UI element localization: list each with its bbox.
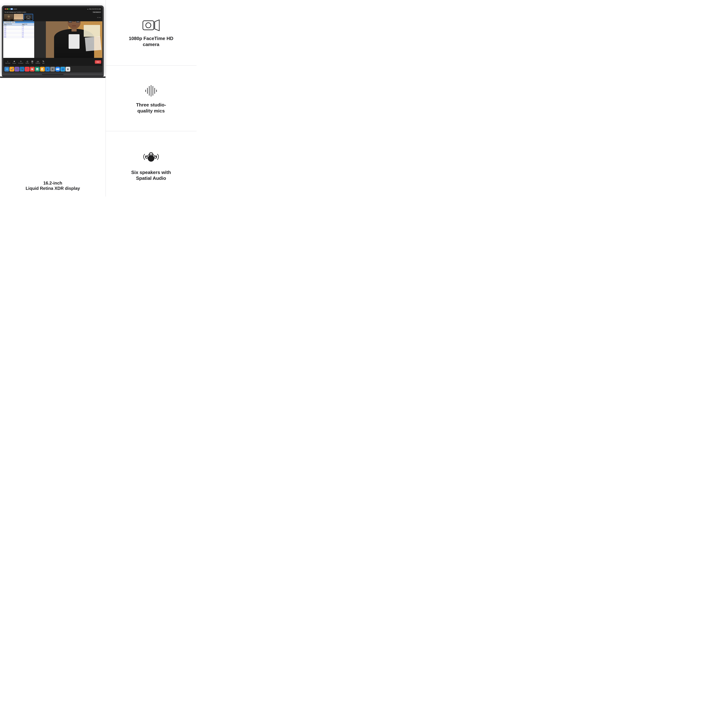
time-display: Mon Oct 30 9:41 AM [89,8,101,10]
share-btn[interactable]: ↑ Share [11,21,15,23]
dock-finder[interactable] [5,67,9,72]
notes-label: Notes [43,63,44,64]
dock-testflight[interactable]: ✈ [45,67,50,72]
participant-thumb-1[interactable]: David Beau... [4,14,14,21]
spreadsheet-area: 💬 Comments ↑ Share Projected Reduction(T… [3,21,34,58]
chevron-down-icon: ▾ [100,11,101,13]
mic-icon [142,83,160,99]
comments-btn[interactable]: 💬 Comments [4,21,11,23]
viewing-text: You are viewing Ivan Fuentes's screen [5,11,26,13]
col-header-2: Cost Savings(USD) [21,23,34,26]
dock-numbers[interactable]: 📊 [35,67,40,72]
toolbar-whiteboards[interactable]: ▭ Whiteboards [35,60,41,64]
ai-companion-label: AI Companion [18,63,23,64]
toolbar-apps[interactable]: ⊞ Apps [31,60,34,64]
zoom-icon [11,8,13,10]
camera-icon [142,18,160,32]
svg-point-7 [6,68,8,70]
svg-rect-10 [143,21,154,30]
video-background [46,21,102,58]
camera-title: 1080p FaceTime HDcamera [128,35,173,47]
summary-label: Summary [12,63,16,64]
topbar-left: zoom [5,8,17,10]
svg-marker-1 [12,8,12,10]
view-options-label: View Options [93,12,99,13]
zoom-topbar: zoom ▲ Mon Oct 30 9:41 AM [3,7,102,11]
left-section: zoom ▲ Mon Oct 30 9:41 AM You are viewin… [0,0,106,197]
reactions-icon: ☺ [26,60,29,63]
dock-music[interactable]: 🎵 [25,67,29,72]
view-button[interactable]: ⊞ View [96,16,102,18]
viewing-banner: You are viewing Ivan Fuentes's screen Vi… [3,11,102,13]
dot-yellow [6,8,8,10]
notes-icon: ✎ [43,60,44,63]
dock-zoom[interactable] [55,67,60,72]
participant-thumb-3[interactable]: Ivan Fuentes [24,14,33,21]
zoom-logo-bar: zoom [11,8,17,10]
right-section: 1080p FaceTime HDcamera Three studio-qua… [106,0,197,197]
laptop-base [2,74,104,76]
toolbar-summary[interactable]: ✦ Summary [12,60,17,64]
spreadsheet-cell: 720 [21,30,34,32]
dock-trash[interactable]: 🗑 [66,67,70,72]
spreadsheet-cell: 2881 [3,30,21,32]
spreadsheet-cell: 786 [21,26,34,28]
svg-rect-8 [56,69,58,70]
toolbar-share-screen[interactable]: ↑ Share Screen [5,60,11,64]
dot-red [5,8,6,10]
spatial-audio-icon [141,147,161,167]
spreadsheet-cell: 3352 [3,32,21,34]
svg-rect-5 [28,18,29,18]
svg-point-11 [146,23,151,28]
toolbar-reactions[interactable]: ☺ Reactions [24,60,30,64]
zoom-toolbar: ↑ Share Screen ✦ Summary ✧ AI Companion [3,58,102,66]
toolbar-ai-companion[interactable]: ✧ AI Companion [17,60,24,64]
speaker-title: Six speakers withSpatial Audio [131,170,171,181]
spreadsheet-cell: 676 [21,28,34,30]
dock-tv[interactable]: 📺 [20,67,24,72]
share-screen-icon: ↑ [7,60,9,63]
feature-camera: 1080p FaceTime HDcamera [106,0,197,65]
main-content: 💬 Comments ↑ Share Projected Reduction(T… [3,21,102,58]
camera-icon-wrap [142,18,160,32]
spreadsheet-cell: 838 [21,32,34,34]
participants-strip: David Beau... Carmen Sharafeldeen [3,13,102,21]
dock-launchpad[interactable]: 🚀 [9,67,14,72]
svg-rect-4 [27,16,30,18]
dot-green [8,8,10,10]
toolbar-items: ↑ Share Screen ✦ Summary ✧ AI Companion [5,60,45,64]
main-video [46,21,102,58]
participant-label-2: Carmen Sharafeldeen [14,19,23,21]
caption-line2: Liquid Retina XDR display [0,186,106,191]
screen-inner: zoom ▲ Mon Oct 30 9:41 AM You are viewin… [3,7,102,72]
svg-point-2 [8,15,10,18]
mic-title: Three studio-quality mics [136,102,166,114]
svg-marker-12 [155,20,159,31]
summary-icon: ✦ [13,60,15,63]
mic-icon-wrap [142,83,160,99]
feature-mic: Three studio-quality mics [106,66,197,131]
dock-app2[interactable]: 🔵 [60,67,65,72]
whiteboards-label: Whiteboards [35,63,40,64]
participant-label-3: Ivan Fuentes [24,19,32,20]
dock-notes[interactable]: 📝 [40,67,45,72]
wifi-icon: ▲ [87,8,89,10]
spreadsheet-cell: 2706 [3,28,21,30]
laptop-wrapper: zoom ▲ Mon Oct 30 9:41 AM You are viewin… [0,5,106,78]
laptop-notch [42,74,64,75]
participant-label-1: David Beau... [4,19,13,21]
apps-icon: ⊞ [31,60,33,63]
dock-settings[interactable]: ⚙ [50,67,55,72]
macos-dock: 🚀 🎮 📺 🎵 📰 [3,66,102,72]
spreadsheet-cell: 3562 [3,36,21,38]
spreadsheet-table: Projected Reduction(Time) Cost Savings(U… [3,23,34,38]
dock-arcade[interactable]: 🎮 [15,67,19,72]
end-button[interactable]: End [95,60,101,64]
speaker-icon-wrap [141,147,161,167]
caption-left: 16.2-inch Liquid Retina XDR display [0,180,106,191]
toolbar-notes[interactable]: ✎ Notes [41,60,46,64]
dock-news[interactable]: 📰 [30,67,35,72]
zoom-label: zoom [14,8,17,10]
participant-thumb-2[interactable]: Carmen Sharafeldeen [14,14,23,21]
view-options-button[interactable]: View Options ▾ [92,11,101,13]
